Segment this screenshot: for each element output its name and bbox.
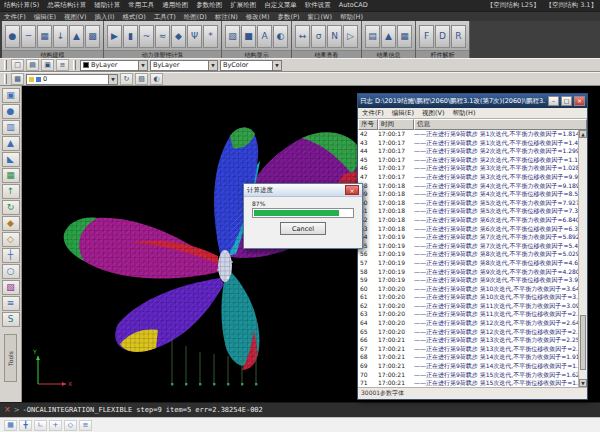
menu-classic-item-10[interactable]: 窗口(W) (303, 12, 336, 22)
ribbon-button-stress[interactable]: σ (311, 25, 326, 48)
ribbon-button-displacement[interactable]: ↔ (295, 25, 310, 48)
ribbon-button-damping[interactable]: ≈ (155, 25, 170, 48)
minimize-button[interactable]: – (548, 96, 559, 106)
maximize-button[interactable]: □ (561, 96, 572, 106)
plotstyle-combo[interactable]: ByColor ▼ (220, 60, 282, 71)
close-icon[interactable]: × (345, 185, 359, 195)
ribbon-button-render[interactable]: ◐ (273, 25, 288, 48)
menu-classic-item-9[interactable]: 参数(P) (273, 12, 303, 22)
menu-classic-item-4[interactable]: 格式(O) (119, 12, 150, 22)
menu-top-item-9[interactable]: AutoCAD (335, 0, 372, 11)
grid-toggle-button[interactable]: ▦ (4, 420, 17, 431)
ribbon-button-force[interactable]: N (327, 25, 342, 48)
ribbon-button-time-history[interactable]: ~ (139, 25, 154, 48)
close-button[interactable]: × (574, 96, 585, 106)
color-combo[interactable]: ByLayer ▼ (80, 60, 148, 71)
log-menu-edit[interactable]: 编辑(E) (388, 109, 418, 118)
log-column-message[interactable]: 信息 (414, 119, 587, 130)
toolbar-grip[interactable] (73, 60, 76, 70)
layer-manager-button[interactable]: ▩ (11, 73, 24, 85)
subtract-tool-button[interactable]: ◇ (2, 232, 20, 247)
ribbon-button-member[interactable]: ─ (21, 25, 36, 48)
menu-top-item-2[interactable]: 辅助计算 (90, 0, 124, 11)
move3d-tool-button[interactable]: ┼ (2, 248, 20, 263)
sweep-tool-button[interactable]: S (2, 312, 20, 327)
ribbon-button-load[interactable]: ↓ (53, 25, 68, 48)
print-button[interactable]: ≡ (56, 59, 69, 71)
menu-classic-item-5[interactable]: 工具(T) (150, 12, 180, 22)
ribbon-button-support[interactable]: ▲ (69, 25, 84, 48)
wedge-tool-button[interactable]: ◣ (2, 152, 20, 167)
snap-toggle-button[interactable]: ╋ (19, 420, 32, 431)
ortho-toggle-button[interactable]: ∟ (34, 420, 47, 431)
menu-top-item-8[interactable]: 软件设置 (301, 0, 335, 11)
menu-top-item-6[interactable]: 扩展绘图 (226, 0, 260, 11)
ribbon-button-R-module[interactable]: R (451, 25, 466, 48)
ribbon-button-node[interactable]: ● (5, 25, 20, 48)
tools-palette-tab[interactable]: Tools (4, 334, 17, 382)
ribbon-button-run-analysis[interactable]: ▶ (107, 25, 122, 48)
ribbon-button-report[interactable]: ▤ (365, 25, 380, 48)
ribbon-button-D-module[interactable]: D (435, 25, 450, 48)
ribbon-button-result-table[interactable]: ▦ (397, 25, 412, 48)
scroll-down-icon[interactable]: ▼ (579, 379, 587, 387)
ribbon-button-labels[interactable]: A (257, 25, 272, 48)
section-tool-button[interactable]: ▧ (2, 280, 20, 295)
log-menu-file[interactable]: 文件(F) (358, 109, 388, 118)
ribbon-button-mode-shape[interactable]: Ψ (187, 25, 202, 48)
menu-classic-item-3[interactable]: 插入(I) (91, 12, 119, 22)
cancel-button[interactable]: Cancel (280, 222, 326, 235)
revolve-tool-button[interactable]: ↻ (2, 200, 20, 215)
lineweight-toggle-button[interactable]: ≡ (79, 420, 92, 431)
menu-top-item-0[interactable]: 结构计算(S) (0, 0, 43, 11)
ribbon-button-grid[interactable]: ▩ (85, 25, 100, 48)
progress-dialog-titlebar[interactable]: 计算进度 × (244, 184, 362, 197)
ribbon-button-settings[interactable]: * (203, 25, 218, 48)
open-file-button[interactable]: ▤ (26, 59, 39, 71)
ribbon-button-solid-view[interactable]: ■ (241, 25, 256, 48)
match-properties-button[interactable]: ▧ (135, 73, 148, 85)
align-tool-button[interactable]: ≡ (2, 296, 20, 311)
menu-classic-item-2[interactable]: 视图(V) (60, 12, 91, 22)
menu-classic-item-8[interactable]: 修改(M) (242, 12, 274, 22)
menu-top-item-4[interactable]: 通用绘图 (158, 0, 192, 11)
ribbon-button-mass[interactable]: ◆ (171, 25, 186, 48)
menu-top-item-5[interactable]: 参数绘图 (192, 0, 226, 11)
log-menu-help[interactable]: 帮助(H) (449, 109, 480, 118)
menu-classic-item-0[interactable]: 文件(F) (0, 12, 30, 22)
menu-top-item-1[interactable]: 总装结构计算 (43, 0, 90, 11)
menu-classic-item-7[interactable]: 标注(N) (211, 12, 242, 22)
ribbon-button-extreme-value[interactable]: ▲ (381, 25, 396, 48)
layer-combo[interactable]: 0 ▼ (26, 74, 118, 85)
sphere-tool-button[interactable]: ● (2, 104, 20, 119)
osnap-toggle-button[interactable]: ◇ (64, 420, 77, 431)
rotate3d-tool-button[interactable]: ○ (2, 264, 20, 279)
scroll-up-icon[interactable]: ▲ (579, 130, 587, 138)
union-tool-button[interactable]: ◆ (2, 216, 20, 231)
log-menu-view[interactable]: 视图(V) (418, 109, 449, 118)
toolbar-grip[interactable] (4, 74, 7, 84)
ribbon-button-animation[interactable]: ▷ (343, 25, 358, 48)
ribbon-button-plate[interactable]: ▦ (37, 25, 52, 48)
cone-tool-button[interactable]: ▲ (2, 136, 20, 151)
menu-top-item-3[interactable]: 常用工具 (124, 0, 158, 11)
save-button[interactable]: ▣ (41, 59, 54, 71)
ribbon-button-wireframe[interactable]: ▧ (225, 25, 240, 48)
cylinder-tool-button[interactable]: ▥ (2, 120, 20, 135)
new-file-button[interactable]: □ (11, 59, 24, 71)
log-window-titlebar[interactable]: 日志 D:\2019结施\鹏程\2060\鹏程3.1改(第7次)(2060)\鹏… (358, 94, 587, 108)
menu-classic-item-1[interactable]: 编辑(E) (30, 12, 60, 22)
zoom-extents-button[interactable]: ◐ (150, 73, 163, 85)
log-column-time[interactable]: 时间 (378, 119, 414, 130)
mesh-tool-button[interactable]: ▦ (2, 168, 20, 183)
ribbon-button-F-module[interactable]: F (419, 25, 434, 48)
polar-toggle-button[interactable]: + (49, 420, 62, 431)
extrude-tool-button[interactable]: ↑ (2, 184, 20, 199)
box-tool-button[interactable]: ▣ (2, 88, 20, 103)
ribbon-button-pause[interactable]: ▮ (123, 25, 138, 48)
menu-top-item-7[interactable]: 自定义菜单 (260, 0, 301, 11)
log-scrollbar[interactable]: ▲ ▼ (578, 130, 587, 387)
menu-classic-item-11[interactable]: 帮助(H) (336, 12, 367, 22)
log-column-index[interactable]: 序号 (358, 119, 378, 130)
linetype-combo[interactable]: ByLayer ▼ (150, 60, 218, 71)
